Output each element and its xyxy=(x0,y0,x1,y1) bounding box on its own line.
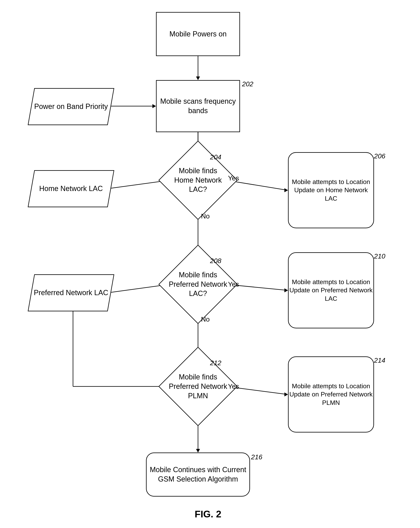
plmn-attempt-box: Mobile attempts to Location Update on Pr… xyxy=(288,356,374,432)
power-on-band-label: Power on Band Priority xyxy=(34,102,108,111)
preferred-network-lac-box: Preferred Network LAC xyxy=(28,274,114,311)
mobile-powers-on-box: Mobile Powers on xyxy=(156,12,240,56)
yes-label-208: Yes xyxy=(228,280,239,288)
yes-label-204: Yes xyxy=(228,174,239,182)
ref-214: 214 xyxy=(374,356,386,364)
mobile-continues-box: Mobile Continues with Current GSM Select… xyxy=(146,453,250,497)
preferred-network-lac-label: Preferred Network LAC xyxy=(34,288,108,298)
diamond-204-text: Mobile findsHome NetworkLAC? xyxy=(174,166,222,194)
diamond-208-label: Mobile findsPreferred NetworkLAC? xyxy=(158,259,238,309)
ref-202: 202 xyxy=(242,80,253,88)
home-attempt-label: Mobile attempts to Location Update on Ho… xyxy=(289,178,373,203)
ref-212: 212 xyxy=(210,359,221,367)
mobile-powers-on-label: Mobile Powers on xyxy=(170,29,227,39)
fig-label: FIG. 2 xyxy=(188,509,228,520)
svg-marker-3 xyxy=(152,104,156,108)
diamond-204-label: Mobile findsHome NetworkLAC? xyxy=(158,156,238,204)
mobile-scans-box: Mobile scans frequency bands xyxy=(156,80,240,132)
no-label-204: No xyxy=(201,212,210,220)
mobile-scans-label: Mobile scans frequency bands xyxy=(157,97,239,116)
ref-216: 216 xyxy=(251,453,262,461)
no-label-208: No xyxy=(201,315,210,323)
preferred-attempt-box: Mobile attempts to Location Update on Pr… xyxy=(288,252,374,328)
diamond-212-label: Mobile findsPreferred NetworkPLMN xyxy=(158,362,238,411)
home-network-lac-label: Home Network LAC xyxy=(39,184,103,193)
preferred-attempt-label: Mobile attempts to Location Update on Pr… xyxy=(289,278,373,303)
plmn-attempt-label: Mobile attempts to Location Update on Pr… xyxy=(289,382,373,407)
diagram-container: Mobile Powers on Mobile scans frequency … xyxy=(0,0,420,516)
yes-label-212: Yes xyxy=(228,383,239,390)
ref-206: 206 xyxy=(374,152,386,160)
power-on-band-box: Power on Band Priority xyxy=(28,88,114,125)
mobile-continues-label: Mobile Continues with Current GSM Select… xyxy=(147,465,250,484)
ref-204: 204 xyxy=(210,153,221,161)
svg-marker-18 xyxy=(284,288,288,292)
svg-marker-12 xyxy=(284,188,288,192)
svg-marker-1 xyxy=(196,76,200,80)
diamond-212-text: Mobile findsPreferred NetworkPLMN xyxy=(169,372,227,400)
svg-marker-22 xyxy=(284,392,288,396)
svg-marker-24 xyxy=(196,449,200,453)
home-attempt-box: Mobile attempts to Location Update on Ho… xyxy=(288,152,374,228)
ref-208: 208 xyxy=(210,257,221,265)
diamond-208-text: Mobile findsPreferred NetworkLAC? xyxy=(169,270,227,298)
ref-210: 210 xyxy=(374,252,386,260)
home-network-lac-box: Home Network LAC xyxy=(28,170,114,207)
